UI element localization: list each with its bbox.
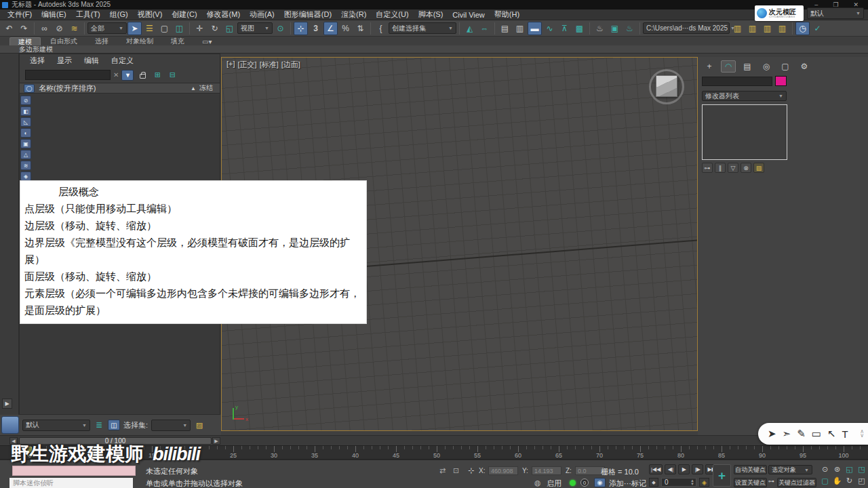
set-keys-button[interactable]: + [713,464,731,487]
pan-icon[interactable]: ✋ [831,475,843,486]
motion-tab-icon[interactable]: ◎ [759,60,774,73]
menu-item-4[interactable]: 视图(V) [133,9,167,20]
select-and-move-icon[interactable]: ✛ [193,22,207,35]
explorer-menu-0[interactable]: 选择 [25,56,50,66]
menu-item-3[interactable]: 组(G) [105,9,133,20]
clear-search-icon[interactable]: ✕ [113,71,119,79]
configure-modifier-sets-icon[interactable]: ▨ [753,163,764,173]
ribbon-overflow-icon[interactable]: ▭▾ [194,37,220,45]
object-color-swatch[interactable] [775,76,787,86]
camera-toggle-icon[interactable]: ◉ [594,478,606,487]
maxscript-mini-listener-line[interactable] [12,466,136,476]
ribbon-tab-对象绘制[interactable]: 对象绘制 [118,37,161,45]
menu-item-2[interactable]: 工具(T) [71,9,105,20]
selected-filter-dropdown[interactable]: 选定对象▼ [768,465,812,474]
display-spacewarps-icon[interactable]: ≋ [20,161,31,170]
viewport-label-part-0[interactable]: [+] [226,60,235,70]
select-and-rotate-icon[interactable]: ↻ [208,22,222,35]
frozen-column-header[interactable]: 冻结 [199,83,213,93]
text-tool-icon[interactable]: T [842,428,848,440]
add-marker-label[interactable]: 添加⋯标记 [609,479,646,488]
name-column-header[interactable]: 名称(按升序排序) [39,83,96,94]
ribbon-panel-label[interactable]: 多边形建模 [19,45,53,54]
modifier-stack[interactable] [702,104,787,160]
scene-explorer-toggle-icon[interactable]: ◫ [108,420,120,430]
key-filters-button[interactable]: 关键点过滤器 [777,478,816,487]
menu-item-7[interactable]: 动画(A) [245,9,279,20]
modify-tab-icon[interactable]: ◠ [721,60,736,73]
zoom-icon[interactable]: ⊙ [819,464,831,474]
track-bar[interactable]: 0510152025303540455055606570758085909510… [0,445,868,460]
selection-lock-icon[interactable]: ⊡ [453,466,459,475]
rectangular-selection-region-icon[interactable]: ▢ [157,22,172,35]
mirror-icon[interactable]: ◭ [462,22,477,35]
display-tab-icon[interactable]: ▢ [778,60,793,73]
view-cube[interactable] [646,66,688,108]
filter-icon[interactable]: ▼ [121,70,134,81]
display-groups-icon[interactable]: ◈ [20,171,31,181]
toggle-ribbon-icon[interactable]: ▬ [528,22,542,35]
display-shapes-icon[interactable]: ◺ [20,117,31,127]
display-cameras-icon[interactable]: ▣ [20,139,31,148]
project-open-icon[interactable]: ▥ [745,22,760,35]
pin-stack-icon[interactable]: ⊶ [702,163,713,173]
display-influences-icon[interactable]: ⊘ [20,96,31,105]
rendered-frame-window-icon[interactable]: ▣ [608,22,622,35]
redo-icon[interactable]: ↷ [17,22,31,35]
selection-filter-dropdown[interactable]: 全部▼ [87,22,127,34]
edit-selection-set-icon[interactable]: ▨ [194,421,205,430]
sort-ascending-icon[interactable]: ▲ [191,85,196,92]
select-and-manipulate-icon[interactable]: ⊹ [294,22,308,35]
layers-icon[interactable]: ≣ [94,420,104,430]
render-production-icon[interactable]: ♨ [623,22,637,35]
rectangle-tool-icon[interactable]: ▭ [812,428,821,440]
project-folder-dropdown[interactable]: C:\Users\ad⋯ds Max 2025▼ [643,22,730,34]
remove-scene-explorer-icon[interactable]: ⊟ [166,70,178,81]
time-slider[interactable]: 0 / 100 [19,437,212,445]
absolute-mode-icon[interactable]: ⊹ [468,466,474,475]
select-and-scale-icon[interactable]: ◱ [222,22,237,35]
display-helpers-icon[interactable]: △ [20,150,31,159]
arrow-tool-icon[interactable]: ↖ [827,428,836,440]
search-input[interactable] [25,70,111,80]
schematic-view-icon[interactable]: ⊼ [557,22,572,35]
add-scene-explorer-icon[interactable]: ⊞ [151,70,163,81]
menu-item-8[interactable]: 图形编辑器(D) [279,9,336,20]
previous-frame-button[interactable]: ◀| [665,464,676,474]
remove-modifier-icon[interactable]: ⊗ [741,163,751,173]
multi-pointer-icon[interactable]: ➣ [783,428,791,440]
unlink-selection-icon[interactable]: ⊘ [52,22,66,35]
menu-item-12[interactable]: Civil View [448,11,489,19]
menu-item-5[interactable]: 创建(C) [167,9,201,20]
zoom-all-icon[interactable]: ⊛ [831,464,843,474]
menu-item-1[interactable]: 编辑(E) [37,9,71,20]
undo-icon[interactable]: ↶ [2,22,16,35]
render-setup-icon[interactable]: ♨ [593,22,607,35]
pen-icon[interactable]: ✎ [797,428,806,440]
viewport-label-part-3[interactable]: [边面] [281,60,300,70]
flyout-arrow-button[interactable]: ▶ [2,399,12,409]
object-name-field[interactable] [702,77,772,86]
zoom-region-icon[interactable]: ▢ [819,475,831,486]
display-geometry-icon[interactable]: ◧ [20,106,31,116]
toggle-layer-explorer-icon[interactable]: ▥ [513,22,527,35]
menu-item-13[interactable]: 帮助(H) [490,9,524,20]
menu-item-6[interactable]: 修改器(M) [202,9,245,20]
swap-icon[interactable]: ⇄ [439,466,446,475]
display-lights-icon[interactable]: ◐ [20,128,31,138]
select-by-name-icon[interactable]: ☰ [142,22,157,35]
play-button[interactable]: ▶ [678,464,690,474]
align-icon[interactable]: ⇔ [477,22,492,35]
key-filter-key-icon[interactable]: ⊶ [768,478,774,485]
curve-editor-icon[interactable]: ∿ [542,22,557,35]
reference-coordinate-dropdown[interactable]: 视图▼ [237,22,273,34]
project-save-icon[interactable]: ▥ [760,22,774,35]
zoom-extents-icon[interactable]: ◱ [844,464,855,474]
make-unique-icon[interactable]: ▽ [728,163,738,173]
explorer-menu-2[interactable]: 编辑 [79,56,104,66]
workspace-button[interactable] [1,416,19,434]
explorer-menu-3[interactable]: 自定义 [106,56,138,66]
explorer-menu-1[interactable]: 显示 [52,56,77,66]
project-settings-icon[interactable]: ▥ [775,22,789,35]
time-tag-icon[interactable]: ◍ [534,479,541,487]
